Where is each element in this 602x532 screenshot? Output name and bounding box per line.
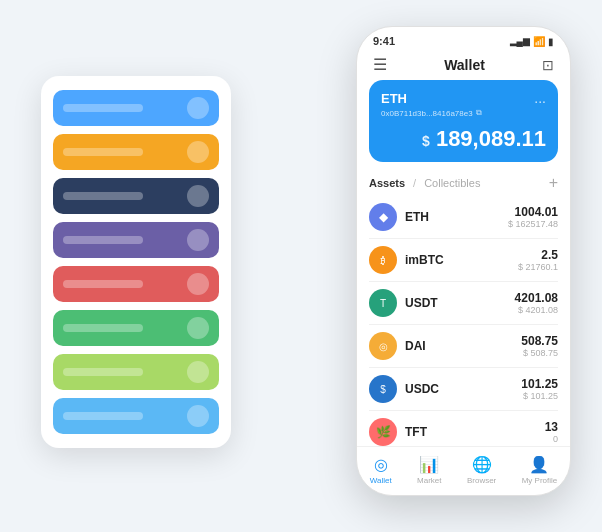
signal-icon: ▂▄▆ <box>510 36 530 46</box>
scan-icon[interactable]: ⊡ <box>542 57 554 73</box>
nav-market[interactable]: 📊 Market <box>417 455 441 485</box>
usdc-icon: $ <box>369 375 397 403</box>
wallet-nav-label: Wallet <box>370 476 392 485</box>
market-nav-icon: 📊 <box>419 455 439 474</box>
usdt-amount: 4201.08 <box>515 291 558 305</box>
card-dot <box>187 317 209 339</box>
tft-usd: 0 <box>545 434 558 444</box>
eth-card[interactable]: ETH ... 0x0B711d3b...8416a78e3 ⧉ $ 189,0… <box>369 80 558 162</box>
eth-icon: ◆ <box>369 203 397 231</box>
card-bar <box>63 324 143 332</box>
asset-row-usdt[interactable]: T USDT 4201.08 $ 4201.08 <box>369 282 558 325</box>
tft-amount: 13 <box>545 420 558 434</box>
card-bar <box>63 192 143 200</box>
battery-icon: ▮ <box>548 36 554 47</box>
menu-icon[interactable]: ☰ <box>373 55 387 74</box>
asset-name-usdc: USDC <box>405 382 521 396</box>
wallet-nav-icon: ◎ <box>374 455 388 474</box>
usdc-amount: 101.25 <box>521 377 558 391</box>
nav-bar: ☰ Wallet ⊡ <box>357 51 570 80</box>
status-time: 9:41 <box>373 35 395 47</box>
card-item[interactable] <box>53 354 219 390</box>
card-dot <box>187 141 209 163</box>
card-bar <box>63 104 143 112</box>
eth-amount: 1004.01 <box>508 205 558 219</box>
asset-list: ◆ ETH 1004.01 $ 162517.48 ₿ imBTC 2.5 $ … <box>357 196 570 446</box>
add-asset-button[interactable]: + <box>549 174 558 192</box>
eth-title: ETH <box>381 91 407 106</box>
browser-nav-label: Browser <box>467 476 496 485</box>
assets-tabs: Assets / Collectibles <box>369 177 480 189</box>
card-item[interactable] <box>53 266 219 302</box>
usdc-usd: $ 101.25 <box>521 391 558 401</box>
tab-assets[interactable]: Assets <box>369 177 405 189</box>
asset-amounts-usdc: 101.25 $ 101.25 <box>521 377 558 401</box>
card-dot <box>187 97 209 119</box>
imbtc-usd: $ 21760.1 <box>518 262 558 272</box>
card-dot <box>187 229 209 251</box>
imbtc-amount: 2.5 <box>518 248 558 262</box>
asset-amounts-eth: 1004.01 $ 162517.48 <box>508 205 558 229</box>
eth-more-icon[interactable]: ... <box>534 90 546 106</box>
asset-row-imbtc[interactable]: ₿ imBTC 2.5 $ 21760.1 <box>369 239 558 282</box>
assets-header: Assets / Collectibles + <box>357 170 570 196</box>
card-bar <box>63 368 143 376</box>
browser-nav-icon: 🌐 <box>472 455 492 474</box>
asset-amounts-imbtc: 2.5 $ 21760.1 <box>518 248 558 272</box>
asset-amounts-dai: 508.75 $ 508.75 <box>521 334 558 358</box>
asset-row-usdc[interactable]: $ USDC 101.25 $ 101.25 <box>369 368 558 411</box>
usdt-icon: T <box>369 289 397 317</box>
card-stack <box>41 76 231 448</box>
status-bar: 9:41 ▂▄▆ 📶 ▮ <box>357 27 570 51</box>
scene: 9:41 ▂▄▆ 📶 ▮ ☰ Wallet ⊡ ETH ... 0x0B711d… <box>21 16 581 516</box>
status-icons: ▂▄▆ 📶 ▮ <box>510 36 554 47</box>
asset-amounts-tft: 13 0 <box>545 420 558 444</box>
card-item[interactable] <box>53 134 219 170</box>
eth-balance: $ 189,089.11 <box>381 126 546 152</box>
card-item[interactable] <box>53 90 219 126</box>
tft-icon: 🌿 <box>369 418 397 446</box>
card-bar <box>63 148 143 156</box>
profile-nav-icon: 👤 <box>529 455 549 474</box>
asset-row-eth[interactable]: ◆ ETH 1004.01 $ 162517.48 <box>369 196 558 239</box>
eth-usd: $ 162517.48 <box>508 219 558 229</box>
dai-amount: 508.75 <box>521 334 558 348</box>
asset-name-dai: DAI <box>405 339 521 353</box>
copy-icon[interactable]: ⧉ <box>476 108 482 118</box>
card-dot <box>187 405 209 427</box>
tab-collectibles[interactable]: Collectibles <box>424 177 480 189</box>
bottom-nav: ◎ Wallet 📊 Market 🌐 Browser 👤 My Profile <box>357 446 570 495</box>
usdt-usd: $ 4201.08 <box>515 305 558 315</box>
dai-usd: $ 508.75 <box>521 348 558 358</box>
eth-address: 0x0B711d3b...8416a78e3 ⧉ <box>381 108 546 118</box>
asset-amounts-usdt: 4201.08 $ 4201.08 <box>515 291 558 315</box>
wifi-icon: 📶 <box>533 36 545 47</box>
card-item[interactable] <box>53 398 219 434</box>
nav-profile[interactable]: 👤 My Profile <box>522 455 558 485</box>
card-bar <box>63 412 143 420</box>
profile-nav-label: My Profile <box>522 476 558 485</box>
asset-name-imbtc: imBTC <box>405 253 518 267</box>
card-dot <box>187 273 209 295</box>
eth-card-header: ETH ... <box>381 90 546 106</box>
nav-wallet[interactable]: ◎ Wallet <box>370 455 392 485</box>
market-nav-label: Market <box>417 476 441 485</box>
dai-icon: ◎ <box>369 332 397 360</box>
card-item[interactable] <box>53 178 219 214</box>
card-dot <box>187 361 209 383</box>
nav-browser[interactable]: 🌐 Browser <box>467 455 496 485</box>
asset-row-dai[interactable]: ◎ DAI 508.75 $ 508.75 <box>369 325 558 368</box>
card-bar <box>63 236 143 244</box>
imbtc-icon: ₿ <box>369 246 397 274</box>
asset-name-usdt: USDT <box>405 296 515 310</box>
card-bar <box>63 280 143 288</box>
card-dot <box>187 185 209 207</box>
asset-name-tft: TFT <box>405 425 545 439</box>
page-title: Wallet <box>444 57 485 73</box>
asset-row-tft[interactable]: 🌿 TFT 13 0 <box>369 411 558 446</box>
card-item[interactable] <box>53 310 219 346</box>
asset-name-eth: ETH <box>405 210 508 224</box>
phone: 9:41 ▂▄▆ 📶 ▮ ☰ Wallet ⊡ ETH ... 0x0B711d… <box>356 26 571 496</box>
card-item[interactable] <box>53 222 219 258</box>
